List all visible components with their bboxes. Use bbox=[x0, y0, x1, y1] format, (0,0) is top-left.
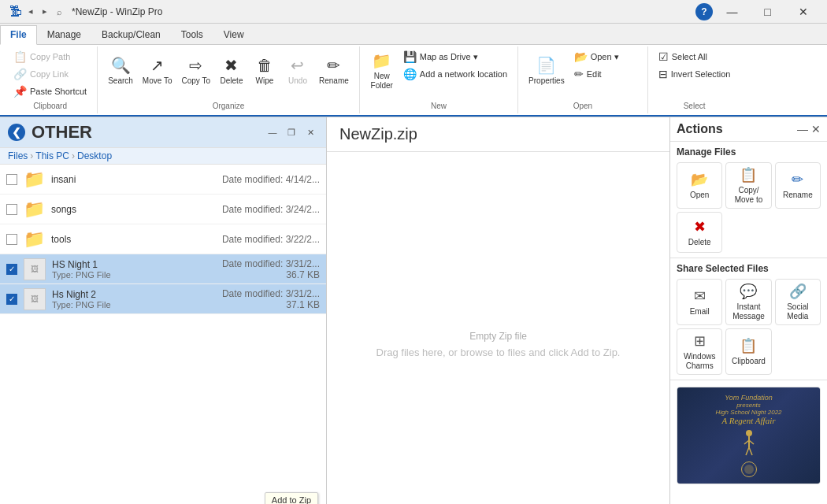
right-panel-title: Actions bbox=[677, 122, 723, 136]
ribbon-tabs: File Manage Backup/Clean Tools View bbox=[0, 24, 827, 44]
rename-button[interactable]: ✏ Rename bbox=[315, 48, 353, 94]
delete-label: Delete bbox=[221, 76, 243, 86]
action-copy-move[interactable]: 📋 Copy/Move to bbox=[725, 162, 771, 209]
action-instant-message[interactable]: 💬 InstantMessage bbox=[725, 279, 771, 325]
share-files-section: Share Selected Files ✉ Email 💬 InstantMe… bbox=[670, 258, 827, 380]
properties-icon: 📄 bbox=[536, 56, 556, 75]
file-date-insani: Date modified: 4/14/2... bbox=[222, 174, 320, 185]
open-label: Open ▾ bbox=[591, 52, 619, 62]
breadcrumb-this-pc[interactable]: This PC bbox=[35, 150, 69, 161]
search-button[interactable]: 🔍 Search bbox=[104, 48, 137, 94]
back-button[interactable]: ❮ bbox=[8, 124, 25, 141]
quick-access-search[interactable]: ⌕ bbox=[54, 6, 65, 18]
file-date-tools: Date modified: 3/22/2... bbox=[222, 234, 320, 245]
search-icon: 🔍 bbox=[111, 56, 131, 75]
copy-path-button[interactable]: 📋 Copy Path bbox=[9, 48, 91, 65]
file-meta-hs-night-2: Date modified: 3/31/2...37.1 KB bbox=[222, 288, 320, 310]
breadcrumb-files[interactable]: Files bbox=[8, 150, 28, 161]
invert-icon: ⊟ bbox=[658, 68, 668, 80]
invert-selection-button[interactable]: ⊟ Invert Selection bbox=[655, 65, 735, 83]
copy-to-button[interactable]: ⇨ Copy To bbox=[177, 48, 214, 94]
properties-button[interactable]: 📄 Properties bbox=[525, 48, 569, 94]
maximize-button[interactable]: □ bbox=[750, 0, 785, 24]
add-network-button[interactable]: 🌐 Add a network location bbox=[399, 65, 511, 83]
paste-shortcut-button[interactable]: 📌 Paste Shortcut bbox=[9, 83, 91, 100]
checkbox-tools[interactable] bbox=[6, 234, 17, 245]
manage-actions-grid: 📂 Open 📋 Copy/Move to ✏ Rename ✖ Delete bbox=[677, 162, 821, 253]
file-name-insani: insani bbox=[51, 174, 222, 185]
minimize-button[interactable]: — bbox=[714, 0, 750, 24]
ribbon-group-clipboard: 📋 Copy Path 🔗 Copy Link 📌 Paste Shortcut… bbox=[3, 46, 98, 113]
edit-button[interactable]: ✏ Edit bbox=[570, 65, 641, 83]
file-item-songs[interactable]: 📁songsDate modified: 3/24/2... bbox=[0, 195, 326, 224]
action-delete[interactable]: ✖ Delete bbox=[677, 212, 722, 253]
checkbox-hs-night-1[interactable]: ✓ bbox=[6, 264, 17, 275]
clipboard-buttons: 📋 Copy Path 🔗 Copy Link 📌 Paste Shortcut bbox=[9, 48, 91, 100]
copy-link-button[interactable]: 🔗 Copy Link bbox=[9, 65, 91, 83]
thumb-circle bbox=[741, 461, 757, 477]
undo-button[interactable]: ↩ Undo bbox=[282, 48, 313, 94]
help-button[interactable]: ? bbox=[695, 3, 713, 20]
add-network-icon: 🌐 bbox=[403, 68, 417, 80]
breadcrumb-desktop[interactable]: Desktop bbox=[77, 150, 112, 161]
undo-icon: ↩ bbox=[291, 56, 304, 75]
new-folder-button[interactable]: 📁 NewFolder bbox=[366, 48, 398, 94]
file-item-hs-night-2[interactable]: ✓🖼Hs Night 2Type: PNG FileDate modified:… bbox=[0, 284, 326, 314]
file-item-insani[interactable]: 📁insaniDate modified: 4/14/2... bbox=[0, 165, 326, 195]
panel-minimize-button[interactable]: — bbox=[265, 124, 280, 140]
empty-text: Empty Zip file bbox=[469, 331, 527, 342]
rename-icon: ✏ bbox=[327, 56, 340, 75]
open-button[interactable]: 📂 Open ▾ bbox=[570, 48, 641, 65]
checkbox-songs[interactable] bbox=[6, 204, 17, 215]
action-clipboard-icon: 📋 bbox=[740, 337, 757, 354]
tab-tools[interactable]: Tools bbox=[171, 25, 213, 44]
add-network-label: Add a network location bbox=[420, 69, 507, 79]
tab-file[interactable]: File bbox=[0, 25, 37, 45]
panel-close-button[interactable]: ✕ bbox=[302, 124, 318, 140]
wipe-button[interactable]: 🗑 Wipe bbox=[249, 48, 280, 94]
file-name-songs: songs bbox=[51, 204, 222, 215]
file-name-hs-night-2: Hs Night 2 bbox=[52, 289, 222, 300]
new-folder-label: NewFolder bbox=[371, 72, 393, 91]
move-to-button[interactable]: ↗ Move To bbox=[139, 48, 176, 94]
close-button[interactable]: ✕ bbox=[785, 0, 821, 24]
folder-icon: 📁 bbox=[24, 229, 45, 250]
panel-restore-button[interactable]: ❐ bbox=[284, 124, 299, 140]
tab-backup[interactable]: Backup/Clean bbox=[91, 25, 171, 44]
action-windows-charms[interactable]: ⊞ WindowsCharms bbox=[677, 328, 722, 375]
svg-line-5 bbox=[749, 447, 752, 455]
thumbnail-image: Yom Fundation presents High School Night… bbox=[677, 387, 820, 484]
select-all-button[interactable]: ☑ Select All bbox=[655, 48, 735, 65]
search-label: Search bbox=[108, 76, 133, 86]
quick-access-forward[interactable]: ▸ bbox=[39, 5, 50, 18]
clipboard-group-label: Clipboard bbox=[9, 100, 91, 112]
quick-access-back[interactable]: ◂ bbox=[25, 5, 36, 18]
action-open[interactable]: 📂 Open bbox=[677, 162, 722, 209]
action-open-label: Open bbox=[690, 191, 709, 200]
copy-path-label: Copy Path bbox=[30, 52, 70, 61]
left-panel: ❮ OTHER — ❐ ✕ Files › This PC › Desktop … bbox=[0, 117, 327, 504]
file-name-tools: tools bbox=[51, 234, 222, 245]
right-panel-close-button[interactable]: — ✕ bbox=[797, 123, 821, 135]
tab-view[interactable]: View bbox=[213, 25, 254, 44]
action-social-media[interactable]: 🔗 SocialMedia bbox=[775, 279, 821, 325]
action-rename[interactable]: ✏ Rename bbox=[775, 162, 821, 209]
action-clipboard[interactable]: 📋 Clipboard bbox=[725, 328, 771, 375]
action-delete-icon: ✖ bbox=[694, 218, 706, 235]
file-item-hs-night-1[interactable]: ✓🖼HS Night 1Type: PNG FileDate modified:… bbox=[0, 254, 326, 284]
checkbox-insani[interactable] bbox=[6, 174, 17, 185]
action-email[interactable]: ✉ Email bbox=[677, 279, 722, 325]
thumb-line2: presents bbox=[736, 402, 761, 409]
main-content: ❮ OTHER — ❐ ✕ Files › This PC › Desktop … bbox=[0, 117, 827, 504]
file-meta-songs: Date modified: 3/24/2... bbox=[222, 204, 320, 215]
ribbon-group-select: ☑ Select All ⊟ Invert Selection Select bbox=[648, 46, 741, 113]
delete-button[interactable]: ✖ Delete bbox=[216, 48, 247, 94]
center-empty: Empty Zip file Drag files here, or brows… bbox=[327, 152, 669, 504]
file-item-tools[interactable]: 📁toolsDate modified: 3/22/2... bbox=[0, 224, 326, 254]
action-clipboard-label: Clipboard bbox=[732, 357, 766, 366]
file-type-hs-night-2: Type: PNG File bbox=[52, 300, 222, 309]
map-as-drive-button[interactable]: 💾 Map as Drive ▾ bbox=[399, 48, 511, 65]
paste-shortcut-icon: 📌 bbox=[13, 85, 27, 98]
tab-manage[interactable]: Manage bbox=[37, 25, 91, 44]
checkbox-hs-night-2[interactable]: ✓ bbox=[6, 294, 17, 305]
